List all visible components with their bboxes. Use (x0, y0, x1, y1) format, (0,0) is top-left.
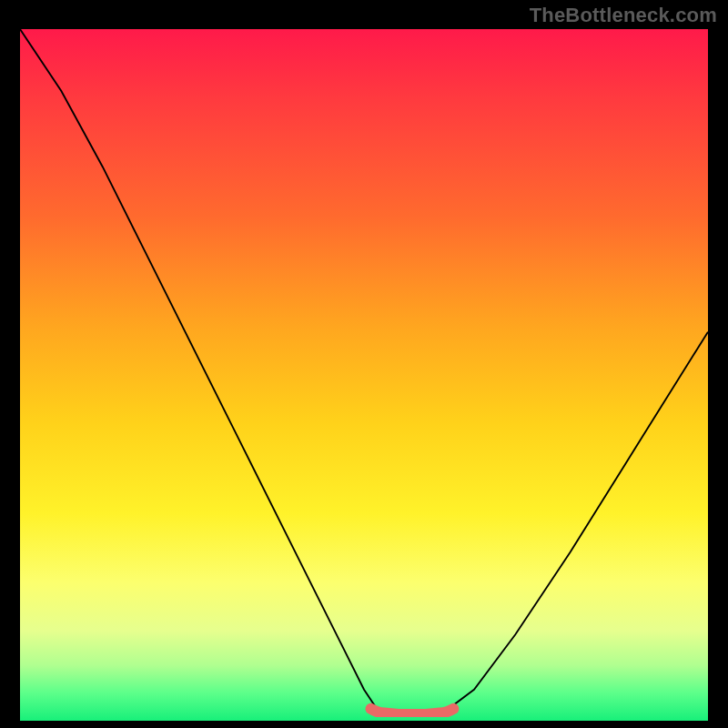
plot-frame (20, 29, 708, 721)
chart-svg (20, 29, 708, 717)
watermark-text: TheBottleneck.com (530, 4, 717, 27)
chart-container: TheBottleneck.com (0, 0, 728, 728)
bottleneck-curve-line (20, 29, 708, 717)
optimal-flat-segment-line (371, 709, 454, 714)
